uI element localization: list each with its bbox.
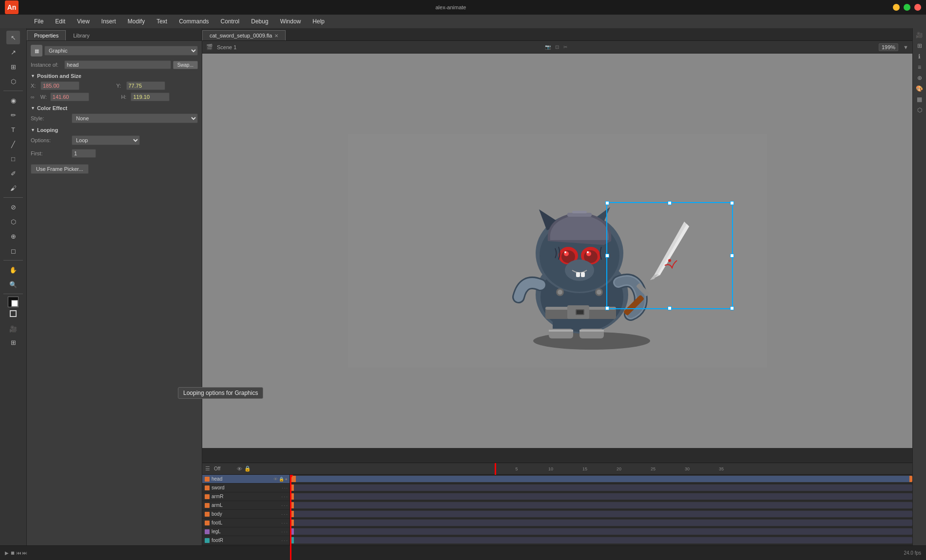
layer-head[interactable]: head 👁 🔒 ● (202, 475, 289, 484)
fit-icon[interactable]: ⊡ (555, 44, 559, 50)
footL-dot: · · · (281, 521, 288, 525)
menu-modify[interactable]: Modify (123, 17, 150, 26)
first-input[interactable] (72, 149, 96, 158)
tab-properties[interactable]: Properties (27, 30, 66, 40)
gradient-tool[interactable]: ⬡ (6, 75, 20, 88)
rect-tool[interactable]: □ (6, 152, 20, 166)
pencil-tool[interactable]: ✐ (6, 167, 20, 180)
no-fill[interactable] (10, 310, 17, 317)
hand-tool[interactable]: ✋ (6, 263, 20, 277)
snap-tool[interactable]: ⊞ (6, 336, 20, 349)
zoom-tool[interactable]: 🔍 (6, 278, 20, 291)
menu-insert[interactable]: Insert (96, 17, 121, 26)
statusbar: ▶ ⏹ ⏮ ⏭ 24.0 fps (0, 545, 926, 560)
x-input[interactable] (40, 81, 79, 90)
snap-icons: 🎥 ⊞ (6, 322, 20, 349)
style-select[interactable]: None (72, 113, 198, 123)
layer-armL[interactable]: armL · · · (202, 501, 289, 510)
color-effect-header[interactable]: ▼ Color Effect (31, 105, 198, 111)
options-select[interactable]: Loop Play Once Single Frame (72, 135, 140, 145)
grid-icon[interactable]: ⊞ (915, 41, 925, 51)
zoom-display[interactable]: 199% (879, 43, 898, 51)
properties-icon[interactable]: ℹ (915, 52, 925, 61)
color-icon[interactable]: 🎨 (915, 84, 925, 93)
handle-br[interactable] (730, 306, 734, 310)
head-eye[interactable]: 👁 (273, 477, 278, 482)
tab-library[interactable]: Library (66, 30, 97, 40)
type-select[interactable]: Graphic (44, 46, 198, 56)
menu-edit[interactable]: Edit (50, 17, 70, 26)
use-frame-picker-button[interactable]: Use Frame Picker... (31, 164, 89, 174)
h-input[interactable] (131, 93, 170, 101)
graphic-icon[interactable]: ▦ (31, 45, 42, 56)
layer-body[interactable]: body · · · (202, 510, 289, 519)
free-transform-tool[interactable]: ⊞ (6, 60, 20, 74)
eyedropper[interactable]: ⊕ (6, 229, 20, 243)
canvas-tab-close[interactable]: ✕ (274, 33, 278, 38)
layer-armL-controls: · · · (281, 503, 288, 508)
menu-file[interactable]: File (29, 17, 48, 26)
maximize-button[interactable] (904, 4, 910, 11)
clip-icon[interactable]: ✂ (563, 44, 567, 50)
components-icon[interactable]: ⬡ (915, 105, 925, 115)
menu-view[interactable]: View (72, 17, 95, 26)
first-row: First: (31, 149, 198, 158)
timeline-menu-icon[interactable]: ☰ (205, 466, 210, 472)
lock-icon[interactable]: 🔒 (244, 466, 251, 472)
instance-input[interactable] (64, 60, 171, 69)
position-size-header[interactable]: ▼ Position and Size (31, 73, 198, 79)
canvas-tab-main[interactable]: cat_sword_setup_0009.fla ✕ (202, 30, 286, 40)
menu-control[interactable]: Control (216, 17, 245, 26)
camera-tool[interactable]: 🎥 (6, 322, 20, 336)
layer-footR[interactable]: footR · · · (202, 536, 289, 545)
menu-help[interactable]: Help (308, 17, 329, 26)
swap-button[interactable]: Swap... (173, 61, 198, 69)
menu-commands[interactable]: Commands (174, 17, 213, 26)
transform-icon[interactable]: ⊕ (915, 73, 925, 83)
layer-legL[interactable]: legL · · · (202, 527, 289, 536)
zoom-dropdown[interactable]: ▼ (903, 44, 908, 50)
layer-footL[interactable]: footL · · · (202, 519, 289, 527)
w-input[interactable] (50, 93, 89, 101)
eye-icon[interactable]: 👁 (237, 466, 242, 472)
text-tool[interactable]: T (6, 123, 20, 136)
menu-text[interactable]: Text (152, 17, 172, 26)
stroke-color[interactable] (8, 297, 19, 307)
close-button[interactable] (914, 4, 921, 11)
swatches-icon[interactable]: ▦ (915, 94, 925, 104)
tooth-left (576, 272, 580, 277)
layer-armR-controls: · · · (281, 494, 288, 499)
sword-eye[interactable]: · (282, 485, 283, 490)
looping-header[interactable]: ▼ Looping (31, 127, 198, 133)
brush-tool[interactable]: 🖌 (6, 181, 20, 195)
align-icon[interactable]: ≡ (915, 62, 925, 72)
sword-blood-drop (668, 259, 671, 262)
camera-icon[interactable]: 🎥 (915, 30, 925, 40)
eraser-tool[interactable]: ◻ (6, 244, 20, 258)
select-tool[interactable]: ↖ (6, 31, 20, 44)
stage-inner[interactable] (348, 134, 767, 368)
line-tool[interactable]: ╱ (6, 137, 20, 151)
layer-armR[interactable]: armR · · · (202, 492, 289, 501)
menu-debug[interactable]: Debug (246, 17, 273, 26)
lasso-tool[interactable]: ◉ (6, 93, 20, 107)
frames-armR (290, 492, 912, 501)
sword-lock[interactable]: · (284, 485, 286, 490)
toolbar-sep-3 (3, 260, 23, 261)
handle-mr[interactable] (730, 254, 734, 258)
pen-tool[interactable]: ✏ (6, 108, 20, 122)
camera-toolbar-icon[interactable]: 📷 (545, 44, 551, 50)
subselect-tool[interactable]: ↗ (6, 45, 20, 59)
legL-dot: · · · (281, 529, 288, 534)
ink-tool[interactable]: ⊘ (6, 200, 20, 214)
handle-tr[interactable] (730, 201, 734, 205)
x-label: X: (31, 83, 39, 89)
sword-dot[interactable]: · (286, 485, 288, 490)
head-dot[interactable]: ● (285, 477, 288, 482)
head-lock[interactable]: 🔒 (279, 477, 284, 482)
layer-sword[interactable]: sword · · · (202, 484, 289, 492)
minimize-button[interactable] (893, 4, 900, 11)
paint-bucket[interactable]: ⬡ (6, 215, 20, 228)
y-input[interactable] (126, 81, 165, 90)
menu-window[interactable]: Window (275, 17, 306, 26)
